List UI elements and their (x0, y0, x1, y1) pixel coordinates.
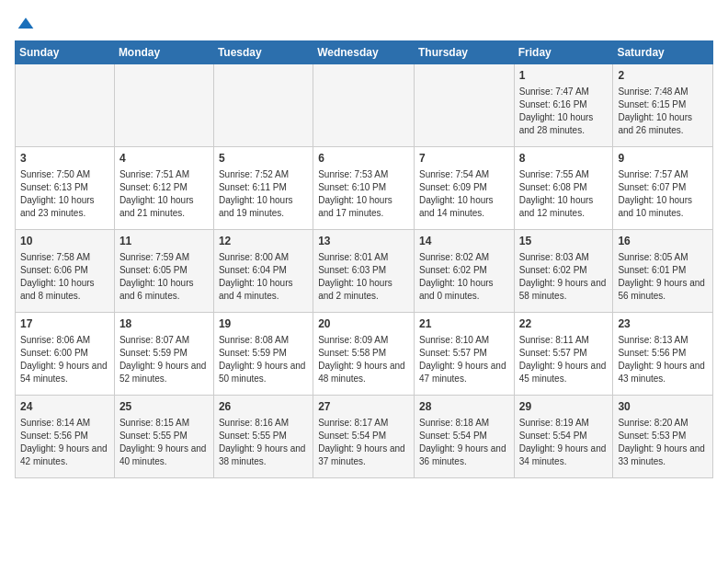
calendar-cell: 10Sunrise: 7:58 AMSunset: 6:06 PMDayligh… (16, 230, 115, 313)
day-info: Sunset: 5:53 PM (618, 430, 708, 442)
day-info: Daylight: 10 hours and 28 minutes. (519, 111, 609, 137)
day-info: Sunset: 6:03 PM (318, 264, 409, 277)
day-number: 12 (219, 234, 308, 249)
day-number: 9 (618, 151, 708, 167)
calendar-cell: 16Sunrise: 8:05 AMSunset: 6:01 PMDayligh… (613, 230, 713, 313)
day-info: Sunset: 6:02 PM (519, 264, 609, 277)
calendar-cell: 29Sunrise: 8:19 AMSunset: 5:54 PMDayligh… (514, 396, 613, 478)
day-info: Sunrise: 8:18 AM (419, 417, 509, 430)
day-info: Daylight: 10 hours and 23 minutes. (20, 194, 109, 220)
calendar-cell: 18Sunrise: 8:07 AMSunset: 5:59 PMDayligh… (114, 313, 213, 396)
calendar-cell: 4Sunrise: 7:51 AMSunset: 6:12 PMDaylight… (114, 147, 213, 230)
calendar-cell: 2Sunrise: 7:48 AMSunset: 6:15 PMDaylight… (613, 64, 713, 147)
day-info: Sunrise: 8:02 AM (419, 251, 509, 264)
calendar-cell: 11Sunrise: 7:59 AMSunset: 6:05 PMDayligh… (114, 230, 213, 313)
day-number: 27 (318, 399, 409, 415)
day-number: 8 (519, 151, 609, 167)
svg-marker-0 (18, 17, 34, 29)
day-info: Sunset: 6:09 PM (419, 181, 509, 194)
day-info: Sunset: 5:55 PM (119, 430, 209, 442)
day-info: Daylight: 9 hours and 54 minutes. (20, 360, 109, 385)
day-number: 13 (318, 234, 409, 249)
calendar-cell: 19Sunrise: 8:08 AMSunset: 5:59 PMDayligh… (213, 313, 313, 396)
day-info: Sunrise: 8:16 AM (219, 417, 308, 430)
day-info: Sunrise: 8:07 AM (119, 334, 209, 347)
day-info: Sunrise: 8:08 AM (219, 334, 308, 347)
day-info: Sunrise: 8:09 AM (318, 334, 409, 347)
calendar-cell: 8Sunrise: 7:55 AMSunset: 6:08 PMDaylight… (514, 147, 613, 230)
day-info: Daylight: 10 hours and 12 minutes. (519, 194, 609, 220)
day-info: Sunset: 5:59 PM (219, 347, 308, 360)
weekday-header-sunday: Sunday (16, 41, 115, 64)
calendar-cell: 7Sunrise: 7:54 AMSunset: 6:09 PMDaylight… (414, 147, 514, 230)
day-info: Daylight: 10 hours and 14 minutes. (419, 194, 509, 220)
day-info: Sunrise: 7:54 AM (419, 168, 509, 181)
day-info: Sunset: 6:01 PM (618, 264, 708, 277)
day-info: Daylight: 9 hours and 37 minutes. (318, 442, 409, 468)
day-info: Sunset: 6:11 PM (219, 181, 308, 194)
calendar-cell: 1Sunrise: 7:47 AMSunset: 6:16 PMDaylight… (514, 64, 613, 147)
day-number: 17 (20, 316, 109, 332)
day-number: 28 (419, 399, 509, 415)
day-info: Daylight: 9 hours and 56 minutes. (618, 277, 708, 303)
day-info: Sunset: 6:05 PM (119, 264, 209, 277)
day-info: Sunset: 6:16 PM (519, 98, 609, 111)
calendar-cell: 17Sunrise: 8:06 AMSunset: 6:00 PMDayligh… (16, 313, 115, 396)
day-info: Daylight: 10 hours and 17 minutes. (318, 194, 409, 220)
weekday-header-tuesday: Tuesday (213, 41, 313, 64)
weekday-header-wednesday: Wednesday (313, 41, 415, 64)
logo-icon (17, 15, 35, 33)
day-number: 14 (419, 234, 509, 249)
page-header (15, 15, 713, 33)
calendar-cell: 30Sunrise: 8:20 AMSunset: 5:53 PMDayligh… (613, 396, 713, 478)
day-number: 5 (219, 151, 308, 167)
day-info: Sunrise: 7:52 AM (219, 168, 308, 181)
day-number: 18 (119, 316, 209, 332)
day-number: 25 (119, 399, 209, 415)
day-info: Sunset: 5:55 PM (219, 430, 308, 442)
day-number: 24 (20, 399, 109, 415)
day-info: Daylight: 10 hours and 0 minutes. (419, 277, 509, 303)
day-number: 3 (20, 151, 109, 167)
day-info: Daylight: 10 hours and 4 minutes. (219, 277, 308, 303)
calendar-cell: 20Sunrise: 8:09 AMSunset: 5:58 PMDayligh… (313, 313, 415, 396)
day-number: 7 (419, 151, 509, 167)
day-info: Daylight: 9 hours and 36 minutes. (419, 442, 509, 468)
day-info: Sunset: 6:12 PM (119, 181, 209, 194)
day-info: Sunrise: 8:15 AM (119, 417, 209, 430)
day-number: 10 (20, 234, 109, 249)
day-info: Sunrise: 8:19 AM (519, 417, 609, 430)
day-info: Daylight: 9 hours and 50 minutes. (219, 360, 308, 385)
day-info: Sunset: 6:08 PM (519, 181, 609, 194)
day-info: Sunrise: 7:48 AM (618, 86, 708, 98)
calendar-cell: 6Sunrise: 7:53 AMSunset: 6:10 PMDaylight… (313, 147, 415, 230)
calendar-cell: 22Sunrise: 8:11 AMSunset: 5:57 PMDayligh… (514, 313, 613, 396)
day-number: 21 (419, 316, 509, 332)
day-info: Sunrise: 7:55 AM (519, 168, 609, 181)
weekday-header-friday: Friday (514, 41, 613, 64)
day-number: 16 (618, 234, 708, 249)
weekday-header-thursday: Thursday (414, 41, 514, 64)
day-info: Sunrise: 8:03 AM (519, 251, 609, 264)
day-info: Sunrise: 7:57 AM (618, 168, 708, 181)
day-number: 23 (618, 316, 708, 332)
day-number: 11 (119, 234, 209, 249)
day-info: Sunrise: 7:53 AM (318, 168, 409, 181)
day-info: Sunrise: 7:47 AM (519, 86, 609, 98)
day-info: Daylight: 9 hours and 47 minutes. (419, 360, 509, 385)
day-info: Sunset: 6:00 PM (20, 347, 109, 360)
day-info: Sunrise: 7:51 AM (119, 168, 209, 181)
day-info: Daylight: 9 hours and 52 minutes. (119, 360, 209, 385)
day-info: Sunset: 5:56 PM (20, 430, 109, 442)
weekday-header-monday: Monday (114, 41, 213, 64)
day-info: Sunset: 5:54 PM (318, 430, 409, 442)
calendar-cell (414, 64, 514, 147)
day-info: Daylight: 10 hours and 26 minutes. (618, 111, 708, 137)
day-info: Sunrise: 8:06 AM (20, 334, 109, 347)
day-number: 6 (318, 151, 409, 167)
day-number: 2 (618, 68, 708, 84)
calendar-cell: 26Sunrise: 8:16 AMSunset: 5:55 PMDayligh… (213, 396, 313, 478)
day-number: 4 (119, 151, 209, 167)
day-info: Sunrise: 8:14 AM (20, 417, 109, 430)
day-info: Sunrise: 7:59 AM (119, 251, 209, 264)
